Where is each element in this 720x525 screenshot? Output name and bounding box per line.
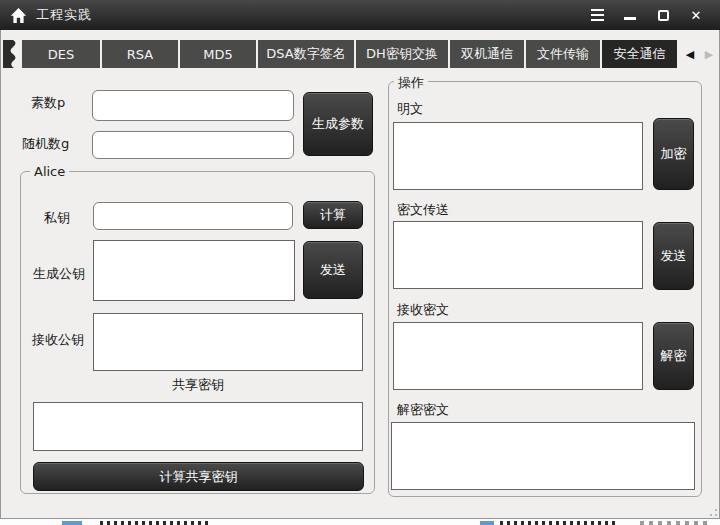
cipher-send-label: 密文传送 xyxy=(397,201,449,219)
tab-rsa[interactable]: RSA xyxy=(102,40,178,68)
operation-group-label: 操作 xyxy=(394,74,428,92)
private-key-label: 私钥 xyxy=(44,209,70,227)
calc-shared-key-button[interactable]: 计算共享密钥 xyxy=(33,462,364,491)
decrypt-button[interactable]: 解密 xyxy=(653,322,694,390)
title-bar: 工程实践 ✕ xyxy=(0,0,720,30)
recv-cipher-label: 接收密文 xyxy=(397,301,449,319)
hamburger-icon xyxy=(591,9,604,22)
tab-md5[interactable]: MD5 xyxy=(180,40,256,68)
shared-key-textarea[interactable] xyxy=(33,402,363,451)
prime-p-label: 素数p xyxy=(31,94,65,112)
scrolled-tab-stub xyxy=(3,40,18,68)
recv-cipher-textarea[interactable] xyxy=(393,322,643,390)
plaintext-textarea[interactable] xyxy=(393,122,643,190)
cipher-send-textarea[interactable] xyxy=(393,221,643,289)
window-title: 工程实践 xyxy=(36,6,92,24)
home-icon xyxy=(10,7,27,24)
resize-grip[interactable] xyxy=(705,504,717,516)
tab-file-transfer[interactable]: 文件传输 xyxy=(526,40,600,68)
gen-public-key-textarea[interactable] xyxy=(93,240,295,301)
tab-secure-comm[interactable]: 安全通信 xyxy=(602,40,677,68)
decrypted-label: 解密密文 xyxy=(397,401,449,419)
random-g-label: 随机数g xyxy=(22,135,69,153)
calculate-button[interactable]: 计算 xyxy=(303,201,363,229)
tab-dh-key-exchange[interactable]: DH密钥交换 xyxy=(356,40,448,68)
minimize-button[interactable] xyxy=(618,4,642,26)
send-public-key-button[interactable]: 发送 xyxy=(303,241,363,299)
plaintext-label: 明文 xyxy=(397,100,423,118)
alice-group-label: Alice xyxy=(30,164,69,179)
maximize-icon xyxy=(658,10,669,21)
tab-scroll-left-icon[interactable]: ◀ xyxy=(682,40,698,68)
random-g-input[interactable] xyxy=(92,131,294,159)
shared-key-label: 共享密钥 xyxy=(172,376,224,394)
tab-dual-machine-comm[interactable]: 双机通信 xyxy=(450,40,524,68)
tab-dsa-signature[interactable]: DSA数字签名 xyxy=(258,40,354,68)
tab-des[interactable]: DES xyxy=(22,40,100,68)
app-window: 工程实践 ✕ DES RSA MD5 DSA数字签名 DH密钥交换 双机通信 文 xyxy=(0,0,720,525)
decrypted-textarea[interactable] xyxy=(391,422,695,490)
send-cipher-button[interactable]: 发送 xyxy=(653,222,694,290)
encrypt-button[interactable]: 加密 xyxy=(653,118,694,190)
tab-scroll-right-icon[interactable]: ▶ xyxy=(701,40,717,68)
tab-strip: DES RSA MD5 DSA数字签名 DH密钥交换 双机通信 文件传输 安全通… xyxy=(0,40,720,68)
gen-public-key-label: 生成公钥 xyxy=(33,265,85,283)
background-window-sliver xyxy=(0,519,720,525)
menu-button[interactable] xyxy=(585,4,609,26)
prime-p-input[interactable] xyxy=(92,90,294,121)
close-button[interactable]: ✕ xyxy=(684,4,708,26)
minimize-icon xyxy=(624,17,636,20)
recv-public-key-textarea[interactable] xyxy=(93,313,363,371)
recv-public-key-label: 接收公钥 xyxy=(32,331,84,349)
private-key-input[interactable] xyxy=(93,202,293,230)
close-icon: ✕ xyxy=(691,8,702,23)
maximize-button[interactable] xyxy=(651,4,675,26)
generate-params-button[interactable]: 生成参数 xyxy=(303,92,373,156)
